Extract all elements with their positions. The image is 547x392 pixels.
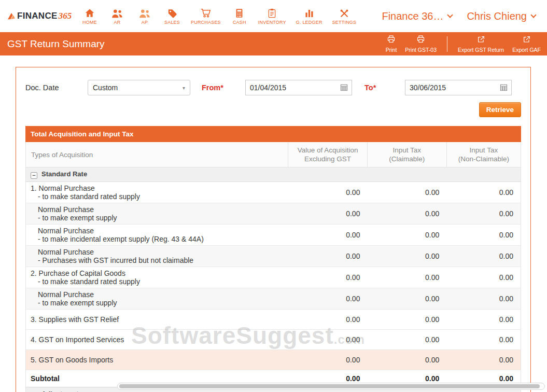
settings-tools-icon — [339, 7, 350, 19]
sales-tag-icon — [167, 7, 178, 19]
inventory-clipboard-icon — [267, 7, 277, 19]
brand-logo[interactable]: FINANCE365 — [7, 11, 77, 21]
table-row[interactable]: 2. Purchase of Capital Goods- to make st… — [26, 267, 521, 288]
doc-date-label: Doc. Date — [25, 83, 88, 92]
from-label: From* — [202, 83, 245, 92]
company-dropdown[interactable]: Finance 36… — [382, 10, 452, 22]
table-row[interactable]: Normal Purchase- Purchases with GST incu… — [26, 246, 521, 267]
table-row[interactable]: 3. Supplies with GST Relief0.000.000.00 — [26, 310, 521, 330]
nav-item-gledger[interactable]: G. LEDGER — [296, 7, 322, 25]
nav-item-inventory[interactable]: INVENTORY — [258, 7, 286, 25]
col-value-of-acquisition: Value of Acquisition Excluding GST — [288, 142, 368, 167]
printer-icon — [386, 35, 396, 46]
brand-flag-icon — [7, 12, 16, 20]
company-name: Finance 36… — [382, 10, 443, 22]
print-gst03-button[interactable]: Print GST-03 — [405, 35, 437, 53]
nav-item-settings[interactable]: SETTINGS — [332, 7, 357, 25]
section-header: Total Acquisition and Input Tax — [25, 126, 521, 142]
chevron-down-icon — [530, 12, 536, 18]
page-header-bar: GST Return Summary Print Print GST-03 Ex… — [0, 32, 547, 55]
export-icon — [476, 35, 486, 46]
nav-item-home[interactable]: HOME — [81, 7, 99, 25]
from-date-field — [245, 80, 352, 95]
table-row[interactable]: 1. Normal Purchase- to make standard rat… — [26, 182, 521, 203]
group-label: Adjustments — [41, 390, 82, 392]
table-body: 1. Normal Purchase- to make standard rat… — [26, 182, 521, 370]
horizontal-scrollbar[interactable] — [117, 383, 545, 390]
collapse-icon[interactable]: − — [31, 172, 37, 179]
nav-item-ar[interactable]: AR — [108, 7, 126, 25]
from-date-input[interactable] — [246, 83, 340, 92]
main-nav: HOMEARAPSALESPURCHASESCASHINVENTORYG. LE… — [81, 7, 356, 25]
to-label: To* — [364, 83, 405, 92]
gst-table: Types of Acquisition Value of Acquisitio… — [25, 142, 521, 392]
actions-divider — [447, 36, 447, 52]
table-row[interactable]: 5. GST on Goods Imports0.000.000.00 — [26, 350, 521, 370]
export-gst-return-button[interactable]: Export GST Return — [458, 35, 504, 53]
export-gaf-button[interactable]: Export GAF — [512, 35, 541, 53]
chevron-down-icon: ▾ — [183, 85, 185, 91]
calendar-icon[interactable] — [340, 84, 352, 91]
col-input-tax-claimable: Input Tax (Claimable) — [367, 142, 446, 167]
brand-name: FINANCE — [17, 11, 58, 21]
col-input-tax-non-claimable: Input Tax (Non-Claimable) — [446, 142, 521, 167]
col-types-of-acquisition: Types of Acquisition — [26, 142, 288, 167]
print-button[interactable]: Print — [386, 35, 397, 53]
table-row[interactable]: Normal Purchase- to make incidental exem… — [26, 225, 521, 246]
user-area: Finance 36… Chris Chieng — [382, 10, 539, 22]
retrieve-row: Retrieve — [25, 102, 521, 117]
table-row[interactable]: 4. GST on Imported Services0.000.000.00 — [26, 330, 521, 350]
nav-item-ap[interactable]: AP — [136, 7, 153, 25]
doc-date-value: Custom — [93, 83, 118, 92]
calendar-icon[interactable] — [500, 84, 511, 91]
group-label: Standard Rate — [41, 170, 87, 178]
purchases-cart-icon — [200, 7, 212, 19]
content-card: Doc. Date Custom ▾ From* To* Retrieve To… — [16, 67, 531, 392]
table-row[interactable]: Normal Purchase- to make exempt supply0.… — [26, 288, 521, 310]
nav-item-sales[interactable]: SALES — [163, 7, 181, 25]
cash-register-icon — [234, 7, 244, 19]
top-navbar: FINANCE365 HOMEARAPSALESPURCHASESCASHINV… — [0, 0, 547, 32]
doc-date-select[interactable]: Custom ▾ — [88, 80, 190, 95]
retrieve-button[interactable]: Retrieve — [479, 102, 521, 117]
to-date-field — [405, 80, 512, 95]
chevron-down-icon — [447, 12, 453, 18]
ledger-chart-icon — [304, 7, 315, 19]
page-title: GST Return Summary — [7, 38, 105, 50]
filter-row: Doc. Date Custom ▾ From* To* — [25, 80, 521, 95]
nav-item-purchases[interactable]: PURCHASES — [191, 7, 221, 25]
user-name: Chris Chieng — [467, 10, 527, 22]
group-row-standard-rate[interactable]: −Standard Rate — [26, 167, 521, 182]
ap-people-icon — [138, 7, 151, 19]
scrollbar-thumb[interactable] — [119, 384, 540, 388]
export-icon — [522, 35, 531, 46]
nav-item-cash[interactable]: CASH — [231, 7, 248, 25]
printer-icon — [416, 35, 426, 46]
ar-people-icon — [111, 7, 123, 19]
table-row[interactable]: Normal Purchase- to make exempt supply0.… — [26, 203, 521, 225]
column-header-row: Types of Acquisition Value of Acquisitio… — [26, 142, 521, 167]
to-date-input[interactable] — [405, 83, 500, 92]
home-icon — [84, 7, 95, 19]
page-actions: Print Print GST-03 Export GST Return Exp… — [386, 35, 541, 53]
user-dropdown[interactable]: Chris Chieng — [467, 10, 536, 22]
brand-number: 365 — [59, 11, 72, 21]
